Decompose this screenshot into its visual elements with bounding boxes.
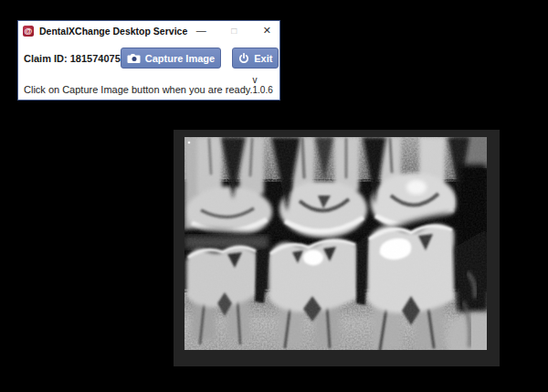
xray-frame — [174, 130, 500, 366]
exit-button[interactable]: Exit — [232, 48, 279, 69]
maximize-icon[interactable]: □ — [220, 21, 248, 40]
claim-id-value: 181574075 — [70, 53, 121, 64]
instruction-text: Click on Capture Image button when you a… — [24, 84, 253, 95]
window-content: Claim ID:181574075 Capture Image Exit Cl… — [18, 40, 279, 100]
xray-radiograph — [184, 137, 487, 350]
exit-label: Exit — [254, 53, 272, 64]
version-text: v 1.0.6 — [253, 75, 275, 95]
dentalxchange-window: @ DentalXChange Desktop Service — □ ✕ Cl… — [17, 20, 280, 101]
window-title: DentalXChange Desktop Service — [39, 26, 187, 37]
camera-icon — [127, 53, 141, 64]
minimize-icon[interactable]: — — [187, 21, 215, 40]
claim-id-text: Claim ID:181574075 — [24, 53, 121, 64]
capture-image-button[interactable]: Capture Image — [121, 48, 221, 69]
power-icon — [238, 53, 249, 64]
xray-image — [184, 137, 487, 350]
dentalxchange-logo-icon: @ — [23, 26, 34, 37]
close-icon[interactable]: ✕ — [253, 21, 280, 40]
titlebar-buttons: — □ ✕ — [187, 21, 280, 40]
claim-id-label: Claim ID: — [24, 53, 68, 64]
titlebar[interactable]: @ DentalXChange Desktop Service — □ ✕ — [18, 21, 279, 40]
capture-image-label: Capture Image — [145, 53, 215, 64]
